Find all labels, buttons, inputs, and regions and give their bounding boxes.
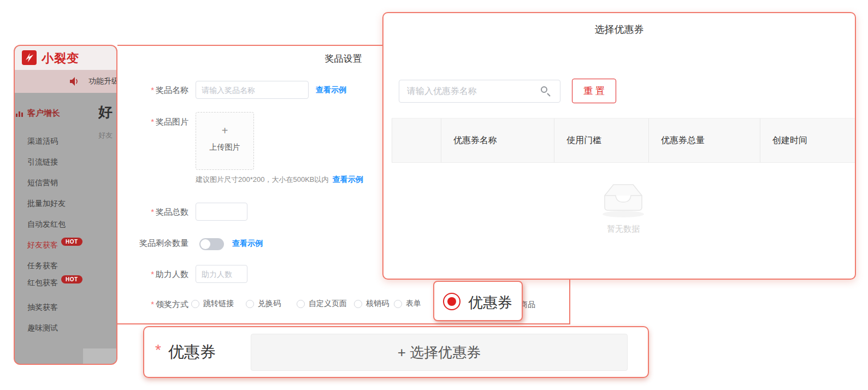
radio-option-custom-page[interactable]: 自定义页面	[297, 299, 347, 309]
column-header-created: 创建时间	[760, 119, 855, 162]
upload-image-button[interactable]: + 上传图片	[196, 112, 254, 170]
sidebar-item-fun-quiz[interactable]: 趣味测试	[27, 323, 58, 333]
sidebar-item-friend-acquisition[interactable]: 好友获客HOT	[27, 240, 82, 250]
coupon-radio-label: 优惠券	[468, 293, 512, 312]
notice-text: 功能升级	[88, 76, 116, 86]
app-logo-text: 小裂变	[42, 50, 79, 67]
select-column-header	[392, 119, 441, 162]
prize-total-label: *奖品总数	[117, 207, 188, 217]
coupon-field-callout: * 优惠券 + 选择优惠券	[143, 326, 649, 378]
page-subtitle-clipped: 好友	[98, 131, 116, 140]
redeem-method-label: *领奖方式	[117, 299, 188, 310]
prize-image-label: *奖品图片	[117, 117, 188, 127]
prize-name-input[interactable]	[196, 81, 309, 99]
table-header-row: 优惠券名称 使用门槛 优惠券总量 创建时间	[392, 118, 855, 163]
radio-option-form[interactable]: 表单	[394, 299, 421, 309]
coupon-table: 优惠券名称 使用门槛 优惠券总量 创建时间 暂无数据	[392, 118, 855, 270]
sidebar-panel: 小裂变 功能升级 客户增长 渠道活码 引流链接 短信营销 批量加好友 自动发红包…	[14, 45, 117, 365]
column-header-threshold: 使用门槛	[554, 119, 649, 162]
coupon-modal: 选择优惠券 重 置 优惠券名称 使用门槛 优惠券总量 创建时间 暂无数据	[382, 12, 856, 280]
logo-row: 小裂变	[15, 46, 116, 70]
sidebar-item-auto-red-packet[interactable]: 自动发红包	[27, 220, 66, 229]
sidebar-item-redpacket-acquisition[interactable]: 红包获客HOT	[27, 278, 82, 288]
modal-title: 选择优惠券	[383, 23, 855, 36]
radio-icon[interactable]	[297, 300, 305, 308]
view-example-link[interactable]: 查看示例	[316, 85, 346, 95]
empty-inbox-icon	[597, 178, 649, 218]
required-mark: *	[155, 341, 161, 359]
radio-icon[interactable]	[191, 300, 199, 308]
radio-icon[interactable]	[354, 300, 362, 308]
radio-option-verify-code[interactable]: 核销码	[354, 299, 389, 309]
helpers-label: *助力人数	[117, 269, 188, 280]
prize-name-label: *奖品名称	[117, 85, 188, 96]
hot-badge: HOT	[61, 275, 82, 283]
hot-badge: HOT	[61, 238, 82, 246]
sidebar-item-traffic-link[interactable]: 引流链接	[27, 157, 58, 167]
radio-selected-icon[interactable]	[443, 293, 460, 310]
radio-option-jump-link[interactable]: 跳转链接	[191, 299, 234, 309]
sidebar-footer-block	[83, 348, 117, 364]
column-header-total: 优惠券总量	[649, 119, 760, 162]
view-example-link[interactable]: 查看示例	[333, 175, 363, 184]
app-logo-icon	[22, 50, 37, 65]
table-body: 暂无数据	[392, 163, 855, 270]
toggle-knob	[200, 239, 210, 249]
plus-icon: +	[196, 125, 253, 137]
view-example-link[interactable]: 查看示例	[232, 239, 263, 249]
prize-remaining-label: 奖品剩余数量	[117, 238, 188, 249]
sidebar-item-lottery-acquisition[interactable]: 抽奖获客	[27, 303, 58, 312]
page-title-clipped: 好	[98, 103, 117, 122]
sidebar-item-task-acquisition[interactable]: 任务获客	[27, 261, 58, 271]
empty-text: 暂无数据	[392, 224, 855, 234]
sidebar-item-batch-add-friends[interactable]: 批量加好友	[27, 199, 66, 209]
remaining-toggle[interactable]	[199, 238, 224, 250]
sidebar-section-title: 客户增长	[27, 108, 60, 119]
screen: 小裂变 功能升级 客户增长 渠道活码 引流链接 短信营销 批量加好友 自动发红包…	[0, 0, 868, 390]
radio-option-redeem-code[interactable]: 兑换码	[246, 299, 281, 309]
empty-state: 暂无数据	[392, 178, 855, 234]
coupon-radio-callout: 优惠券	[433, 281, 523, 321]
speaker-icon	[69, 76, 80, 86]
column-header-coupon-name: 优惠券名称	[441, 119, 554, 162]
sidebar-item-channel-qr[interactable]: 渠道活码	[27, 137, 58, 146]
coupon-search-input[interactable]	[399, 80, 560, 103]
growth-icon	[16, 110, 23, 117]
notice-bar: 功能升级	[15, 70, 116, 93]
upload-hint: 建议图片尺寸200*200，大小在500KB以内 查看示例	[196, 175, 363, 185]
reset-button[interactable]: 重 置	[572, 79, 616, 103]
coupon-field-label: 优惠券	[168, 341, 216, 363]
helpers-input[interactable]	[196, 265, 247, 283]
select-coupon-button[interactable]: + 选择优惠券	[251, 334, 628, 371]
radio-icon[interactable]	[394, 300, 402, 308]
prize-total-input[interactable]	[196, 203, 247, 221]
sidebar-item-sms-marketing[interactable]: 短信营销	[27, 178, 58, 188]
search-icon[interactable]	[541, 86, 551, 96]
radio-icon[interactable]	[246, 300, 254, 308]
